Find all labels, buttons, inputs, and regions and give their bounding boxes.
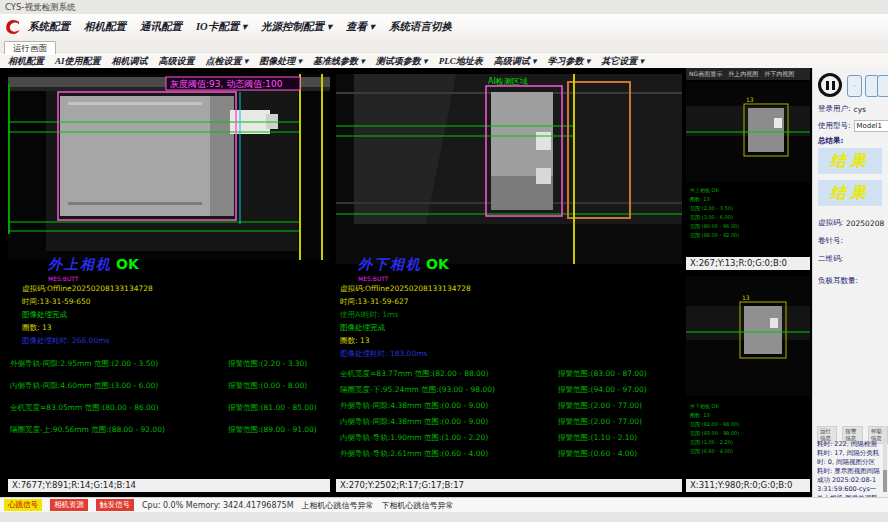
tab-lower-inner-view[interactable]: 外下内视图 (764, 70, 794, 79)
tab-upper-inner-view[interactable]: 外上内视图 (728, 70, 758, 79)
camera-title-upper: 外上相机OK (48, 256, 139, 274)
pixel-coords-lower: X:270;Y:2502;R:17;G:17;B:17 (336, 479, 682, 492)
tool-image-processing[interactable]: 图像处理 ▾ (259, 55, 302, 68)
tool-camera-config[interactable]: 相机配置 (8, 55, 44, 68)
measurement-rows-lower: 全机宽度=83.77mm 范围:(82.00 - 88.00) 报警范围:(83… (340, 369, 680, 459)
small-image-bottom[interactable]: 13 (686, 276, 810, 396)
menu-system-config[interactable]: 系统配置 (28, 20, 70, 34)
menu-view[interactable]: 查看 ▾ (346, 20, 375, 34)
tool-spot-check-settings[interactable]: 点检设置 ▾ (206, 55, 249, 68)
camera-image-lower[interactable]: AI检测区域 (336, 74, 682, 264)
elapsed-lower: 图像处理耗时: 183.00ms (340, 347, 427, 360)
menu-comm-config[interactable]: 通讯配置 (140, 20, 182, 34)
user-button[interactable] (847, 75, 862, 97)
status-upper: 图像处理完成 (22, 308, 67, 321)
window-footer (0, 512, 888, 522)
measure-row: 外侧导轨-间隙:4.38mm 范围:(0.00 - 9.00) (340, 401, 558, 411)
alarm-row: 报警范围:(2.20 - 3.30) (228, 359, 328, 369)
trigger-type-upper: MES:BUTT (48, 275, 79, 282)
time-upper: 时间:13-31-59-650 (22, 295, 91, 308)
small-image-top[interactable]: 13 (686, 82, 810, 182)
small-view-top-text: 外上相机 OK 圈数: 13 范围:(2.00 - 3.50) 范围:(3.00… (690, 186, 739, 240)
alarm-row: 报警范围:(81.00 - 85.00) (228, 403, 328, 413)
small-view-bottom[interactable]: 13 外下相机 OK 圈数: 13 范围:(82.00 - 88.00) 范围:… (686, 276, 810, 492)
measure-row: 外侧导轨-间隙:2.95mm 范围:(2.00 - 3.50) (10, 359, 228, 369)
virtual-code-upper: 虚拟码:Offline20250208133134728 (22, 282, 153, 295)
tab-run-screen[interactable]: 运行画面 (4, 41, 56, 55)
measure-row: 隔圈宽度-下:95.24mm 范围:(93.00 - 98.00) (340, 385, 558, 395)
tool-learning-params[interactable]: 学习参数 ▾ (547, 55, 590, 68)
small-view-top[interactable]: 13 外上相机 OK 圈数: 13 范围:(2.00 - 3.50) 范围:(3… (686, 82, 810, 270)
status-lower: 图像处理完成 (340, 321, 385, 334)
pixel-coords-upper: X:7677;Y:891;R:14;G:14;B:14 (8, 479, 330, 492)
window-titlebar: CYS-视觉检测系统 (0, 0, 888, 14)
tool-plc-address-table[interactable]: PLC地址表 (439, 55, 483, 68)
login-user-value: cys (854, 105, 866, 114)
pause-button[interactable] (818, 73, 842, 97)
measure-row: 全机宽度=83.05mm 范围:(80.00 - 86.00) (10, 403, 228, 413)
menu-language-switch[interactable]: 系统语言切换 (389, 20, 452, 34)
main-workspace: 灰度阈值:93, 动态阈值:100 外上相机OK MES:BUTT 虚拟码:Of… (0, 68, 888, 497)
loop-count-upper: 圈数: 13 (22, 321, 51, 334)
measurement-rows-upper: 外侧导轨-间隙:2.95mm 范围:(2.00 - 3.50) 报警范围:(2.… (10, 359, 328, 435)
svg-text:13: 13 (742, 294, 750, 301)
alarm-row: 报警范围:(94.00 - 97.00) (558, 385, 680, 395)
measure-row: 全机宽度=83.77mm 范围:(82.00 - 88.00) (340, 369, 558, 379)
pixel-coords-small-bottom: X:311;Y:980;R:0;G:0;B:0 (686, 479, 810, 492)
camera-title-lower: 外下相机OK (358, 256, 449, 274)
model-input[interactable]: Model1 (854, 120, 888, 132)
alarm-row: 报警范围:(89.00 - 91.00) (228, 425, 328, 435)
measure-row: 内侧导轨-间隙:4.60mm 范围:(3.00 - 6.00) (10, 381, 228, 391)
tool-test-item-params[interactable]: 测试项参数 ▾ (376, 55, 428, 68)
pixel-coords-small-top: X:267;Y:13;R:0;G:0;B:0 (686, 257, 810, 270)
lower-camera-heartbeat-msg: 下相机心跳信号异常 (382, 500, 454, 511)
tool-advanced-debug[interactable]: 高级调试 ▾ (494, 55, 537, 68)
camera-resource-badge: 相机资源 (50, 499, 88, 511)
ai-region-overlay-text: AI检测区域 (488, 77, 528, 86)
status-bar: 心跳信号 相机资源 触发信号 Cpu: 0.0% Memory: 3424.41… (0, 497, 888, 512)
trigger-signal-badge: 触发信号 (96, 499, 134, 511)
app-logo-icon (4, 18, 22, 36)
menu-io-card-config[interactable]: IO卡配置 ▾ (196, 20, 247, 34)
result-box-upper: 结果 (818, 148, 882, 174)
result-box-lower: 结果 (818, 180, 882, 206)
camera-image-upper[interactable]: 灰度阈值:93, 动态阈值:100 (8, 74, 330, 260)
svg-text:13: 13 (746, 96, 754, 103)
tool-baseline-params[interactable]: 基准线参数 ▾ (313, 55, 365, 68)
tool-other-settings[interactable]: 其它设置 ▾ (601, 55, 644, 68)
virtual-code-lower: 虚拟码:Offline20250208133134728 (340, 282, 471, 295)
model-label: 使用型号: (818, 121, 851, 131)
measure-row: 内侧导轨-间隙:4.38mm 范围:(0.00 - 9.00) (340, 417, 558, 427)
small-view-bottom-text: 外下相机 OK 圈数: 13 范围:(82.00 - 88.00) 范围:(93… (690, 402, 739, 456)
info-scrollbar[interactable] (883, 426, 887, 492)
virtual-code-value: 20250208 (846, 219, 884, 228)
menu-camera-config[interactable]: 相机配置 (84, 20, 126, 34)
heartbeat-status-badge: 心跳信号 (4, 499, 42, 511)
total-result-label: 总结果: (818, 136, 844, 146)
tool-ai-usage-config[interactable]: AI使用配置 (55, 55, 101, 68)
tool-camera-debug[interactable]: 相机调试 (112, 55, 148, 68)
exit-button[interactable] (877, 75, 888, 97)
time-lower: 时间:13-31-59-627 (340, 295, 409, 308)
result-ok-lower: OK (426, 256, 449, 272)
app-window: CYS-视觉检测系统 系统配置 相机配置 通讯配置 IO卡配置 ▾ 光源控制配置… (0, 0, 888, 522)
loop-count-lower: 圈数: 13 (340, 334, 369, 347)
measure-row: 内侧导轨-导轨:1.90mm 范围:(1.00 - 2.20) (340, 433, 558, 443)
camera-view-lower[interactable]: AI检测区域 外下相机OK MES:BUTT 虚拟码:Offline202502… (336, 74, 682, 492)
measure-row: 外侧导轨-导轨:2.61mm 范围:(0.60 - 4.00) (340, 449, 558, 459)
qr-code-label: 二维码: (818, 254, 843, 264)
threshold-overlay-text: 灰度阈值:93, 动态阈值:100 (170, 79, 283, 89)
menu-light-control-config[interactable]: 光源控制配置 ▾ (261, 20, 332, 34)
tool-advanced-settings[interactable]: 高级设置 (159, 55, 195, 68)
result-ok-upper: OK (116, 256, 139, 272)
user-icon (854, 80, 855, 92)
alarm-row: 报警范围:(0.60 - 4.00) (558, 449, 680, 459)
login-user-label: 登录用户: (818, 104, 851, 114)
needle-no-label: 卷针号: (818, 236, 843, 246)
alarm-row: 报警范围:(83.00 - 87.00) (558, 369, 680, 379)
tab-bar: 运行画面 (0, 40, 888, 54)
menu-bar: 系统配置 相机配置 通讯配置 IO卡配置 ▾ 光源控制配置 ▾ 查看 ▾ 系统语… (0, 14, 888, 41)
tab-ng-display[interactable]: NG画面显示 (689, 70, 722, 79)
camera-view-upper[interactable]: 灰度阈值:93, 动态阈值:100 外上相机OK MES:BUTT 虚拟码:Of… (8, 74, 330, 492)
trigger-type-lower: MES:BUTT (358, 275, 389, 282)
